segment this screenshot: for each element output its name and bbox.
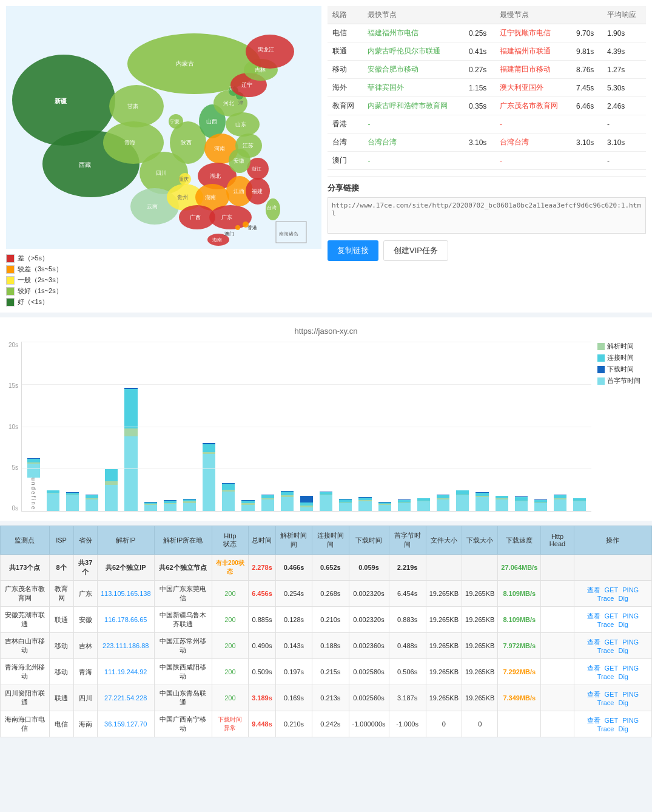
view-link[interactable]: 查看 (587, 586, 600, 594)
share-url-textarea[interactable] (328, 197, 646, 234)
trace-link[interactable]: Trace (597, 699, 614, 706)
ping-link[interactable]: PING (622, 717, 639, 724)
row-dl-size: 19.265KB (462, 607, 498, 633)
slowest-time: 7.45s (571, 79, 602, 97)
row-speed: 8.109MB/s (498, 581, 541, 607)
row-ops[interactable]: 查看 GET PING Trace Dig (574, 685, 651, 711)
line-name: 海外 (328, 79, 363, 97)
fastest-time: 1.15s (464, 79, 495, 97)
bar-ttfb (144, 505, 157, 511)
svg-text:新疆: 新疆 (55, 98, 67, 104)
ping-link[interactable]: PING (622, 638, 639, 646)
avg-time: 5.30s (602, 79, 646, 97)
speed-table-row: 海外 菲律宾国外 1.15s 澳大利亚国外 7.45s 5.30s (328, 79, 646, 97)
row-file-size: 19.265KB (426, 685, 462, 711)
copy-link-button[interactable]: 复制链接 (328, 240, 378, 261)
dig-link[interactable]: Dig (618, 595, 628, 602)
get-link[interactable]: GET (605, 638, 619, 646)
dig-link[interactable]: Dig (618, 673, 628, 680)
summary-ip: 共62个独立IP (97, 555, 154, 581)
row-head (541, 607, 574, 633)
create-vip-button[interactable]: 创建VIP任务 (383, 240, 448, 261)
line-name: 香港 (328, 115, 363, 134)
summary-connect: 0.652s (312, 555, 349, 581)
bar-ttfb (358, 501, 371, 511)
summary-total-time: 2.278s (249, 555, 276, 581)
svg-text:福建: 福建 (252, 188, 263, 194)
th-http-head: Http Head (541, 526, 574, 555)
row-ip: 27.221.54.228 (97, 685, 154, 711)
row-location: 中国江苏常州移动 (154, 633, 212, 659)
fastest-time: 0.25s (464, 24, 495, 42)
slowest-node: 福建莆田市移动 (495, 61, 571, 79)
row-dl-size: 19.265KB (462, 581, 498, 607)
trace-link[interactable]: Trace (597, 647, 614, 654)
summary-head (541, 555, 574, 581)
bar-ttfb (27, 464, 40, 478)
row-file-size: 19.265KB (426, 581, 462, 607)
view-link[interactable]: 查看 (587, 717, 600, 724)
summary-op (574, 555, 651, 581)
svg-text:香港: 香港 (247, 225, 257, 231)
map-container: 新疆 西藏 内蒙古 甘肃 青海 四川 (6, 6, 321, 306)
table-row: 青海海北州移动 移动 青海 111.19.244.92 中国陕西咸阳移动 200… (1, 659, 652, 685)
ping-link[interactable]: PING (622, 691, 639, 698)
th-ttfb: 首字节时间 (389, 526, 426, 555)
dig-link[interactable]: Dig (618, 725, 628, 732)
ping-link[interactable]: PING (622, 586, 639, 594)
row-total-time: 0.509s (249, 659, 276, 685)
trace-link[interactable]: Trace (597, 595, 614, 602)
summary-dl-size (462, 555, 498, 581)
speed-table-row: 澳门 - - - (328, 152, 646, 170)
dig-link[interactable]: Dig (618, 699, 628, 706)
row-ip: 36.159.127.70 (97, 711, 154, 737)
row-dl-size: 19.265KB (462, 633, 498, 659)
view-link[interactable]: 查看 (587, 612, 600, 620)
svg-text:山西: 山西 (206, 118, 217, 124)
view-link[interactable]: 查看 (587, 638, 600, 646)
get-link[interactable]: GET (605, 717, 619, 724)
svg-point-63 (235, 225, 240, 230)
row-node: 吉林白山市移动 (1, 633, 50, 659)
row-http-status: 200 (212, 607, 248, 633)
row-province: 四川 (73, 685, 97, 711)
bar-group: 湖北 (200, 353, 218, 511)
summary-points: 共173个点 (1, 555, 50, 581)
row-ops[interactable]: 查看 GET PING Trace Dig (574, 633, 651, 659)
ping-link[interactable]: PING (622, 612, 639, 620)
bar-group: 贵州 (395, 353, 413, 511)
fastest-node: 菲律宾国外 (363, 79, 463, 97)
legend-color-excellent (6, 298, 15, 306)
get-link[interactable]: GET (605, 612, 619, 620)
row-head (541, 659, 574, 685)
get-link[interactable]: GET (605, 691, 619, 698)
bar-ttfb (417, 501, 430, 511)
get-link[interactable]: GET (605, 665, 619, 672)
svg-text:贵州: 贵州 (177, 194, 188, 200)
row-total-time: 0.885s (249, 607, 276, 633)
svg-text:河南: 河南 (214, 146, 225, 152)
row-ops[interactable]: 查看 GET PING Trace Dig (574, 659, 651, 685)
bar-group: 辽宁 (103, 353, 121, 511)
bar-ttfb (222, 492, 235, 512)
row-ops[interactable]: 查看 GET PING Trace Dig (574, 581, 651, 607)
view-link[interactable]: 查看 (587, 665, 600, 672)
legend-label-bad: 差（>5s） (18, 254, 49, 263)
view-link[interactable]: 查看 (587, 691, 600, 698)
th-connect-time: 连接时间间 (312, 526, 349, 555)
trace-link[interactable]: Trace (597, 621, 614, 628)
svg-text:江西: 江西 (234, 188, 244, 194)
row-ops[interactable]: 查看 GET PING Trace Dig (574, 607, 651, 633)
row-ip: 116.178.66.65 (97, 607, 154, 633)
th-province: 省份 (73, 526, 97, 555)
bar-connect (222, 484, 235, 490)
dig-link[interactable]: Dig (618, 621, 628, 628)
bar-ttfb (476, 497, 488, 511)
trace-link[interactable]: Trace (597, 725, 614, 732)
dig-link[interactable]: Dig (618, 647, 628, 654)
ping-link[interactable]: PING (622, 665, 639, 672)
row-ops[interactable]: 查看 GET PING Trace Dig (574, 711, 651, 737)
bar-ttfb (281, 497, 294, 511)
get-link[interactable]: GET (605, 586, 619, 594)
trace-link[interactable]: Trace (597, 673, 614, 680)
